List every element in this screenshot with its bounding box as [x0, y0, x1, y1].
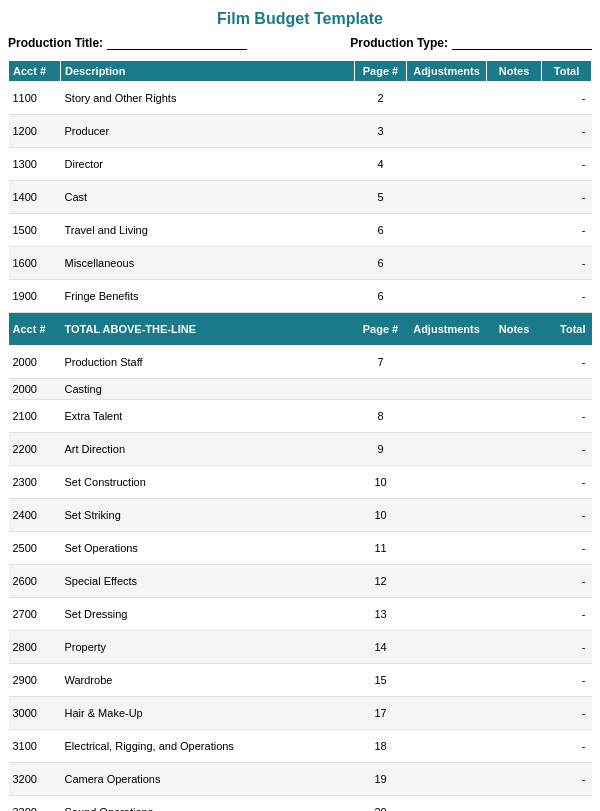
cell-notes [487, 697, 542, 730]
table-row: 3100Electrical, Rigging, and Operations1… [9, 730, 592, 763]
cell-total: - [542, 214, 592, 247]
cell-acct: 1600 [9, 247, 61, 280]
cell-page: 10 [355, 499, 407, 532]
meta-row: Production Title: Production Type: [8, 36, 592, 50]
cell-description: Set Striking [61, 499, 355, 532]
cell-adjustments [407, 796, 487, 812]
cell-total: - [542, 796, 592, 812]
cell-total: - [542, 631, 592, 664]
production-title-label: Production Title: [8, 36, 103, 50]
table-row: 2500Set Operations11- [9, 532, 592, 565]
production-title-value[interactable] [107, 36, 247, 50]
cell-adjustments [407, 466, 487, 499]
header-description: Description [61, 61, 355, 82]
cell-page [355, 379, 407, 400]
header-total: Total [542, 61, 592, 82]
cell-acct: 3200 [9, 763, 61, 796]
cell-page: 19 [355, 763, 407, 796]
cell-total: - [542, 82, 592, 115]
cell-adjustments [407, 631, 487, 664]
header-acct: Acct # [9, 61, 61, 82]
production-type-label: Production Type: [350, 36, 448, 50]
table-row: 1400Cast5- [9, 181, 592, 214]
cell-description: Travel and Living [61, 214, 355, 247]
cell-notes [487, 214, 542, 247]
cell-description: Set Dressing [61, 598, 355, 631]
cell-acct: 1300 [9, 148, 61, 181]
cell-description: Camera Operations [61, 763, 355, 796]
cell-total: - [542, 433, 592, 466]
cell-page: 8 [355, 400, 407, 433]
cell-description: Casting [61, 379, 355, 400]
table-row: 2000Casting [9, 379, 592, 400]
table-row: 3300Sound Operations20- [9, 796, 592, 812]
table-row: 2200Art Direction9- [9, 433, 592, 466]
subtotal-notes: Notes [487, 313, 542, 346]
cell-page: 14 [355, 631, 407, 664]
table-row: 1900Fringe Benefits6- [9, 280, 592, 313]
cell-adjustments [407, 433, 487, 466]
cell-page: 6 [355, 214, 407, 247]
cell-total: - [542, 466, 592, 499]
cell-total: - [542, 697, 592, 730]
table-row: 2800Property14- [9, 631, 592, 664]
cell-acct: 2000 [9, 379, 61, 400]
cell-total: - [542, 499, 592, 532]
page-title: Film Budget Template [8, 10, 592, 28]
table-row: 2100Extra Talent8- [9, 400, 592, 433]
table-row: 2000Production Staff7- [9, 346, 592, 379]
header-adjustments: Adjustments [407, 61, 487, 82]
cell-acct: 2300 [9, 466, 61, 499]
cell-adjustments [407, 499, 487, 532]
cell-page: 3 [355, 115, 407, 148]
cell-acct: 2400 [9, 499, 61, 532]
cell-adjustments [407, 730, 487, 763]
cell-page: 18 [355, 730, 407, 763]
cell-total: - [542, 247, 592, 280]
cell-description: Electrical, Rigging, and Operations [61, 730, 355, 763]
cell-notes [487, 247, 542, 280]
cell-description: Production Staff [61, 346, 355, 379]
cell-page: 4 [355, 148, 407, 181]
table-row: 1600Miscellaneous6- [9, 247, 592, 280]
cell-adjustments [407, 664, 487, 697]
table-row: 2300Set Construction10- [9, 466, 592, 499]
cell-total: - [542, 532, 592, 565]
cell-notes [487, 532, 542, 565]
cell-acct: 3300 [9, 796, 61, 812]
page-container: Film Budget Template Production Title: P… [0, 0, 600, 811]
cell-page: 5 [355, 181, 407, 214]
cell-total [542, 379, 592, 400]
cell-notes [487, 796, 542, 812]
cell-acct: 1100 [9, 82, 61, 115]
cell-acct: 2800 [9, 631, 61, 664]
budget-table: Acct # Description Page # Adjustments No… [8, 60, 592, 811]
cell-description: Special Effects [61, 565, 355, 598]
cell-total: - [542, 346, 592, 379]
cell-acct: 1900 [9, 280, 61, 313]
production-type-value[interactable] [452, 36, 592, 50]
cell-acct: 2600 [9, 565, 61, 598]
cell-acct: 3100 [9, 730, 61, 763]
cell-notes [487, 664, 542, 697]
table-row: 1100Story and Other Rights2- [9, 82, 592, 115]
cell-notes [487, 499, 542, 532]
cell-total: - [542, 664, 592, 697]
table-row: 3000Hair & Make-Up17- [9, 697, 592, 730]
table-row: 2400Set Striking10- [9, 499, 592, 532]
production-type-field: Production Type: [350, 36, 592, 50]
cell-adjustments [407, 82, 487, 115]
cell-adjustments [407, 763, 487, 796]
cell-adjustments [407, 181, 487, 214]
cell-acct: 1500 [9, 214, 61, 247]
subtotal-acct: Acct # [9, 313, 61, 346]
cell-adjustments [407, 697, 487, 730]
subtotal-description: TOTAL ABOVE-THE-LINE [61, 313, 355, 346]
cell-acct: 2100 [9, 400, 61, 433]
cell-adjustments [407, 565, 487, 598]
table-row: 3200Camera Operations19- [9, 763, 592, 796]
cell-total: - [542, 763, 592, 796]
cell-total: - [542, 400, 592, 433]
cell-notes [487, 346, 542, 379]
cell-page: 17 [355, 697, 407, 730]
